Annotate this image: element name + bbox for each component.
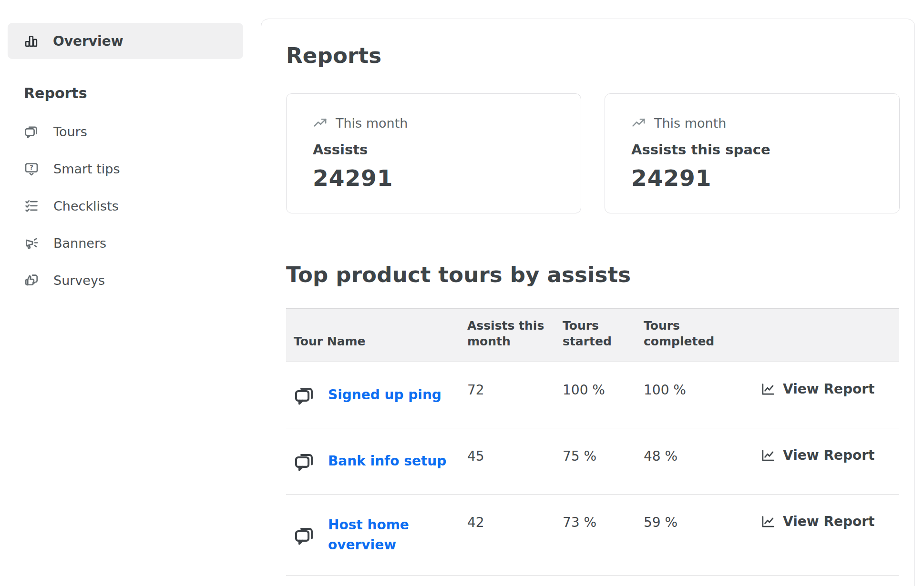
stat-card-assists: This month Assists 24291 <box>286 93 581 213</box>
stat-card-label: Assists <box>313 141 566 158</box>
tour-icon <box>294 524 316 546</box>
stat-card-period-row: This month <box>631 116 885 131</box>
column-header-actions <box>732 309 899 362</box>
banners-icon <box>24 235 39 251</box>
sidebar-item-checklists[interactable]: Checklists <box>8 187 243 224</box>
table-header-row: Tour Name Assists this month Tours start… <box>286 309 899 362</box>
cell-tours-started: 100 % <box>561 362 642 428</box>
page-title: Reports <box>286 44 900 68</box>
view-report-label: View Report <box>783 381 874 397</box>
view-report-button[interactable]: View Report <box>760 447 899 463</box>
table-row: Bank info setup 45 75 % 48 % View <box>286 428 899 495</box>
cell-tours-completed: 100 % <box>642 362 732 428</box>
cell-tours-completed: 48 % <box>642 428 732 495</box>
sidebar-item-tours[interactable]: Tours <box>8 113 243 150</box>
sidebar-section-title: Reports <box>24 85 243 101</box>
sidebar-item-label: Tours <box>53 124 87 139</box>
checklists-icon <box>24 198 39 213</box>
column-header-tours-started: Tours started <box>561 309 642 362</box>
sidebar: Overview Reports Tours ? Smart ti <box>0 0 261 586</box>
view-report-label: View Report <box>783 514 874 529</box>
stat-card-period: This month <box>654 116 726 131</box>
line-chart-icon <box>760 448 776 463</box>
surveys-icon <box>24 273 39 288</box>
column-header-assists: Assists this month <box>465 309 561 362</box>
tour-icon <box>294 450 316 472</box>
top-tours-table: Tour Name Assists this month Tours start… <box>286 308 899 576</box>
view-report-label: View Report <box>783 447 874 463</box>
smart-tips-icon: ? <box>24 161 39 176</box>
view-report-button[interactable]: View Report <box>760 514 899 529</box>
cell-tours-started: 75 % <box>561 428 642 495</box>
trending-up-icon <box>631 116 646 131</box>
cell-tours-started: 73 % <box>561 495 642 576</box>
svg-text:?: ? <box>30 164 33 171</box>
sidebar-item-label: Checklists <box>53 199 119 213</box>
tours-icon <box>24 124 39 139</box>
stat-card-assists-this-space: This month Assists this space 24291 <box>605 93 900 213</box>
stat-card-value: 24291 <box>631 165 885 191</box>
tour-icon <box>294 384 316 406</box>
sidebar-item-surveys[interactable]: Surveys <box>8 262 243 299</box>
tour-name-link[interactable]: Host home overview <box>328 515 457 555</box>
reports-panel: Reports This month Assists 24291 <box>261 19 915 586</box>
tours-section-title: Top product tours by assists <box>286 263 900 287</box>
sidebar-item-label: Surveys <box>53 273 105 288</box>
stat-card-period: This month <box>336 116 408 131</box>
sidebar-item-label: Smart tips <box>53 162 120 176</box>
trending-up-icon <box>313 116 328 131</box>
sidebar-item-label: Banners <box>53 236 106 251</box>
sidebar-overview-label: Overview <box>53 33 123 49</box>
stat-card-value: 24291 <box>313 165 566 191</box>
column-header-tour-name: Tour Name <box>286 309 465 362</box>
cell-tours-completed: 59 % <box>642 495 732 576</box>
tour-name-link[interactable]: Bank info setup <box>328 451 446 471</box>
sidebar-nav: Tours ? Smart tips Checkli <box>8 113 243 299</box>
table-row: Host home overview 42 73 % 59 % Vi <box>286 495 899 576</box>
stat-card-label: Assists this space <box>631 141 885 158</box>
line-chart-icon <box>760 382 776 397</box>
line-chart-icon <box>760 514 776 529</box>
sidebar-item-banners[interactable]: Banners <box>8 224 243 262</box>
sidebar-item-smart-tips[interactable]: ? Smart tips <box>8 150 243 187</box>
stat-cards: This month Assists 24291 This month Assi… <box>286 93 900 213</box>
cell-assists-this-month: 45 <box>465 428 561 495</box>
cell-assists-this-month: 72 <box>465 362 561 428</box>
bar-chart-icon <box>24 34 39 49</box>
tour-name-link[interactable]: Signed up ping <box>328 385 441 405</box>
table-row: Signed up ping 72 100 % 100 % View <box>286 362 899 428</box>
stat-card-period-row: This month <box>313 116 566 131</box>
column-header-tours-completed: Tours completed <box>642 309 732 362</box>
sidebar-item-overview[interactable]: Overview <box>8 23 243 59</box>
cell-assists-this-month: 42 <box>465 495 561 576</box>
view-report-button[interactable]: View Report <box>760 381 899 397</box>
